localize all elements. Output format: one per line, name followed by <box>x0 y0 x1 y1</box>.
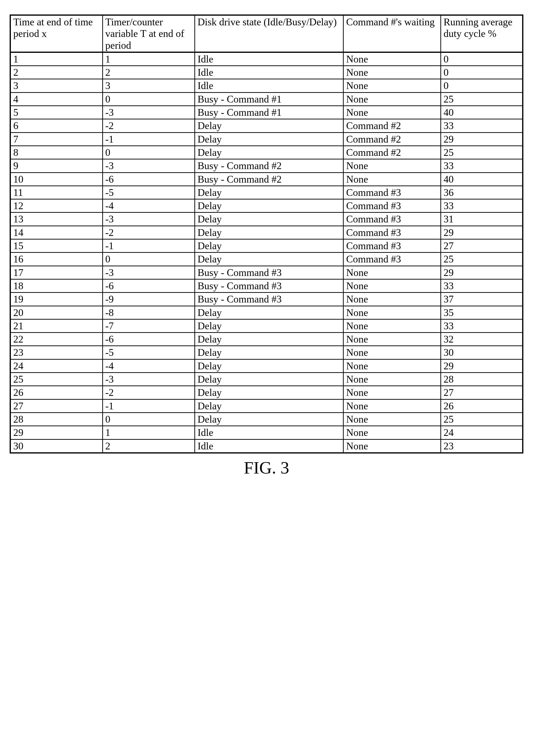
cell-state: Delay <box>195 333 343 346</box>
cell-waiting: None <box>343 319 441 333</box>
cell-duty: 25 <box>441 146 523 159</box>
table-row: 14-2DelayCommand #329 <box>11 226 523 239</box>
cell-t: 2 <box>102 66 195 79</box>
cell-state: Idle <box>195 439 343 453</box>
cell-state: Delay <box>195 386 343 399</box>
cell-state: Busy - Command #3 <box>195 279 343 292</box>
cell-duty: 25 <box>441 93 523 106</box>
col-header-waiting: Command #'s waiting <box>343 15 441 52</box>
table-row: 12-4DelayCommand #333 <box>11 199 523 212</box>
cell-t: -5 <box>102 346 195 359</box>
cell-duty: 30 <box>441 346 523 359</box>
cell-time: 20 <box>11 306 103 319</box>
cell-waiting: None <box>343 173 441 186</box>
table-row: 5-3Busy - Command #1None40 <box>11 106 523 119</box>
col-header-counter: Timer/counter variable T at end of perio… <box>102 15 195 52</box>
cell-state: Delay <box>195 132 343 146</box>
cell-waiting: None <box>343 106 441 119</box>
cell-t: 0 <box>102 93 195 106</box>
cell-duty: 0 <box>441 66 523 79</box>
cell-state: Delay <box>195 359 343 372</box>
table-row: 302IdleNone23 <box>11 439 523 453</box>
cell-time: 19 <box>11 293 103 306</box>
cell-state: Delay <box>195 319 343 333</box>
figure-caption: FIG. 3 <box>10 458 523 478</box>
cell-time: 8 <box>11 146 103 159</box>
cell-t: 1 <box>102 426 195 439</box>
table-row: 80DelayCommand #225 <box>11 146 523 159</box>
table-row: 24-4DelayNone29 <box>11 359 523 372</box>
cell-duty: 27 <box>441 386 523 399</box>
cell-time: 18 <box>11 279 103 292</box>
cell-t: 3 <box>102 79 195 93</box>
cell-time: 9 <box>11 159 103 173</box>
cell-waiting: None <box>343 399 441 413</box>
table-row: 291IdleNone24 <box>11 426 523 439</box>
table-row: 15-1DelayCommand #327 <box>11 239 523 253</box>
cell-time: 12 <box>11 199 103 212</box>
cell-duty: 35 <box>441 306 523 319</box>
cell-t: 0 <box>102 253 195 266</box>
table-row: 13-3DelayCommand #331 <box>11 212 523 226</box>
cell-t: -4 <box>102 199 195 212</box>
cell-state: Busy - Command #3 <box>195 266 343 279</box>
cell-duty: 33 <box>441 279 523 292</box>
cell-waiting: Command #3 <box>343 239 441 253</box>
table-row: 280DelayNone25 <box>11 413 523 426</box>
cell-t: -3 <box>102 373 195 386</box>
cell-state: Idle <box>195 79 343 93</box>
cell-t: 1 <box>102 52 195 66</box>
table-row: 6-2DelayCommand #233 <box>11 119 523 132</box>
cell-waiting: None <box>343 266 441 279</box>
cell-state: Busy - Command #1 <box>195 93 343 106</box>
cell-state: Busy - Command #2 <box>195 173 343 186</box>
cell-time: 23 <box>11 346 103 359</box>
cell-t: 0 <box>102 413 195 426</box>
cell-duty: 36 <box>441 186 523 199</box>
cell-duty: 23 <box>441 439 523 453</box>
cell-state: Delay <box>195 253 343 266</box>
cell-t: -1 <box>102 399 195 413</box>
cell-duty: 32 <box>441 333 523 346</box>
cell-t: 2 <box>102 439 195 453</box>
cell-t: -3 <box>102 212 195 226</box>
cell-duty: 26 <box>441 399 523 413</box>
cell-time: 16 <box>11 253 103 266</box>
cell-waiting: None <box>343 293 441 306</box>
cell-time: 11 <box>11 186 103 199</box>
cell-waiting: None <box>343 346 441 359</box>
table-row: 26-2DelayNone27 <box>11 386 523 399</box>
cell-time: 22 <box>11 333 103 346</box>
cell-waiting: None <box>343 93 441 106</box>
cell-duty: 25 <box>441 253 523 266</box>
cell-state: Idle <box>195 426 343 439</box>
cell-duty: 40 <box>441 106 523 119</box>
cell-waiting: None <box>343 279 441 292</box>
cell-time: 4 <box>11 93 103 106</box>
cell-t: -9 <box>102 293 195 306</box>
cell-duty: 40 <box>441 173 523 186</box>
cell-duty: 31 <box>441 212 523 226</box>
cell-time: 30 <box>11 439 103 453</box>
table-row: 10-6Busy - Command #2None40 <box>11 173 523 186</box>
table-row: 33IdleNone0 <box>11 79 523 93</box>
cell-duty: 33 <box>441 199 523 212</box>
table-row: 25-3DelayNone28 <box>11 373 523 386</box>
table-row: 27-1DelayNone26 <box>11 399 523 413</box>
cell-state: Delay <box>195 239 343 253</box>
cell-waiting: None <box>343 306 441 319</box>
cell-time: 7 <box>11 132 103 146</box>
cell-time: 6 <box>11 119 103 132</box>
table-row: 11-5DelayCommand #336 <box>11 186 523 199</box>
cell-waiting: Command #3 <box>343 199 441 212</box>
cell-time: 17 <box>11 266 103 279</box>
cell-duty: 33 <box>441 159 523 173</box>
table-row: 17-3Busy - Command #3None29 <box>11 266 523 279</box>
cell-duty: 37 <box>441 293 523 306</box>
cell-duty: 27 <box>441 239 523 253</box>
cell-waiting: Command #3 <box>343 253 441 266</box>
cell-time: 28 <box>11 413 103 426</box>
cell-time: 1 <box>11 52 103 66</box>
cell-time: 5 <box>11 106 103 119</box>
table-row: 20-8DelayNone35 <box>11 306 523 319</box>
